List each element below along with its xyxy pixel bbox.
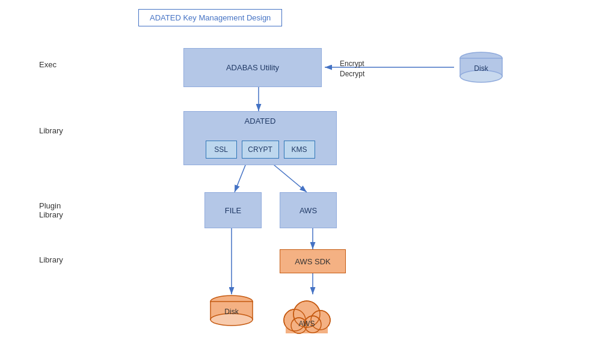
crypt-box: CRYPT	[242, 141, 279, 159]
adated-box: ADATED SSL CRYPT KMS	[183, 111, 337, 165]
title: ADATED Key Management Design	[138, 9, 282, 26]
file-box: FILE	[204, 192, 262, 228]
aws-sdk-box: AWS SDK	[280, 249, 346, 273]
aws-box: AWS	[280, 192, 337, 228]
svg-text:Disk: Disk	[224, 308, 239, 316]
disk-bottom: Disk	[207, 294, 256, 332]
kms-box: KMS	[284, 141, 315, 159]
library1-label: Library	[39, 126, 63, 135]
svg-line-5	[271, 162, 307, 192]
svg-text:AWS: AWS	[299, 320, 315, 328]
disk-top: Disk	[457, 51, 505, 86]
ssl-box: SSL	[206, 141, 237, 159]
diagram: ADATED Key Management Design Exec Librar…	[0, 0, 596, 364]
exec-label: Exec	[39, 60, 57, 69]
encrypt-decrypt-label: EncryptDecrypt	[340, 59, 364, 79]
aws-cloud: AWS	[274, 291, 340, 341]
svg-line-4	[235, 162, 247, 192]
svg-text:Disk: Disk	[474, 64, 488, 73]
plugin-library-label: PluginLibrary	[39, 201, 63, 219]
adabas-utility-box: ADABAS Utility	[183, 48, 322, 87]
library2-label: Library	[39, 255, 63, 264]
adated-label: ADATED	[184, 117, 336, 126]
